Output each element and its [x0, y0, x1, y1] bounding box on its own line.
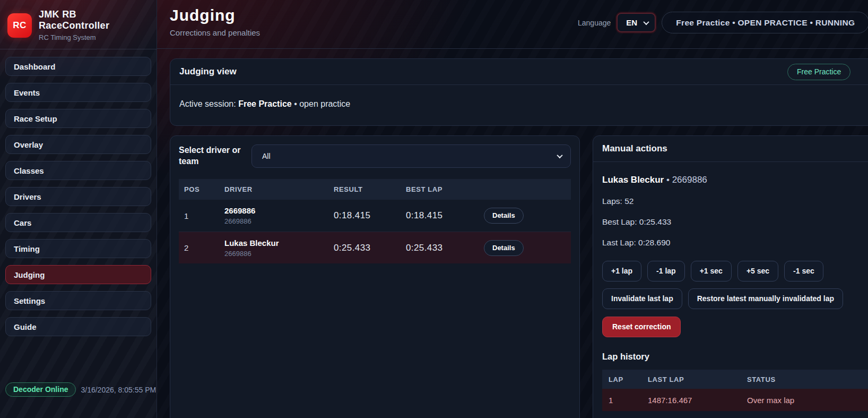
session-status-pill: Free Practice • OPEN PRACTICE • RUNNING [662, 12, 868, 33]
result-time: 0:25.433 [334, 243, 406, 253]
driver-results-card: Select driver or team All POS DRIVER RES… [170, 135, 580, 418]
sidebar-footer: Decoder Online 3/16/2026, 8:05:55 PM [5, 382, 156, 397]
sidebar-item-race-setup[interactable]: Race Setup [5, 109, 151, 128]
reset-correction-button[interactable]: Reset correction [602, 317, 681, 337]
chevron-down-icon [644, 19, 649, 24]
chevron-down-icon [557, 152, 562, 158]
driver-transponder: 2669886 [224, 250, 334, 258]
results-table-header: POS DRIVER RESULT BEST LAP [179, 179, 571, 200]
language-select[interactable]: EN [617, 13, 656, 32]
session-badge: Free Practice [787, 64, 850, 80]
best-lap-stat: Best Lap: 0:25.433 [602, 217, 868, 227]
results-table: POS DRIVER RESULT BEST LAP 1 2669886 266… [179, 179, 571, 263]
sidebar-item-drivers[interactable]: Drivers [5, 187, 151, 206]
page-subtitle: Corrections and penalties [170, 28, 260, 37]
plus-1-lap-button[interactable]: +1 lap [602, 261, 641, 281]
table-row[interactable]: 1 2669886 2669886 0:18.415 0:18.415 Deta… [179, 200, 571, 232]
quick-correction-buttons: +1 lap -1 lap +1 sec +5 sec -1 sec [602, 261, 868, 281]
driver-transponder: 2669886 [224, 217, 334, 225]
page-header: Judging Corrections and penalties Langua… [157, 0, 868, 49]
lap-number: 1 [602, 396, 648, 405]
app-logo-icon: RC [7, 13, 32, 38]
last-lap-stat: Last Lap: 0:28.690 [602, 238, 868, 248]
plus-1-sec-button[interactable]: +1 sec [691, 261, 732, 281]
invalidate-last-lap-button[interactable]: Invalidate last lap [602, 288, 682, 309]
manual-actions-header: Manual actions [593, 136, 868, 162]
active-session-line: Active session: Free Practice • open pra… [170, 85, 868, 123]
lap-history-row[interactable]: 1 1487:16.467 Over max lap [602, 389, 868, 411]
sidebar-item-events[interactable]: Events [5, 83, 151, 102]
app-subtitle: RC Timing System [39, 33, 109, 41]
details-button[interactable]: Details [484, 240, 524, 256]
main-content: Judging Corrections and penalties Langua… [157, 0, 868, 418]
sidebar-item-classes[interactable]: Classes [5, 161, 151, 180]
language-label: Language [578, 19, 611, 27]
clock-timestamp: 3/16/2026, 8:05:55 PM [81, 386, 156, 394]
sidebar: RC JMK RB RaceController RC Timing Syste… [0, 0, 157, 418]
plus-5-sec-button[interactable]: +5 sec [737, 261, 778, 281]
driver-name: Lukas Bleckur [224, 238, 334, 248]
lap-correction-buttons: Invalidate last lap Restore latest manua… [602, 288, 868, 309]
sidebar-item-guide[interactable]: Guide [5, 317, 151, 336]
manual-actions-card: Manual actions Lukas Bleckur • 2669886 L… [593, 135, 868, 418]
table-row-selected[interactable]: 2 Lukas Bleckur 2669886 0:25.433 0:25.43… [179, 232, 571, 263]
page-title: Judging [170, 6, 236, 24]
lap-history-table: LAP LAST LAP STATUS 1 1487:16.467 Over m… [602, 370, 868, 411]
decoder-status-badge: Decoder Online [5, 382, 76, 397]
sidebar-item-settings[interactable]: Settings [5, 291, 151, 310]
result-time: 0:18.415 [334, 210, 406, 221]
sidebar-item-dashboard[interactable]: Dashboard [5, 57, 151, 76]
driver-filter-label: Select driver or team [179, 145, 244, 167]
details-button[interactable]: Details [484, 208, 524, 224]
judging-view-card: Judging view Free Practice Active sessio… [170, 58, 868, 126]
lap-history-title: Lap history [602, 352, 868, 362]
sidebar-nav: Dashboard Events Race Setup Overlay Clas… [0, 49, 157, 336]
manual-actions-body: Lukas Bleckur • 2669886 Laps: 52 Best La… [593, 162, 868, 418]
sidebar-item-overlay[interactable]: Overlay [5, 135, 151, 154]
driver-filter-row: Select driver or team All [179, 144, 571, 168]
minus-1-sec-button[interactable]: -1 sec [784, 261, 823, 281]
driver-name: 2669886 [224, 206, 334, 215]
best-lap-time: 0:25.433 [406, 243, 484, 253]
header-controls: Language EN Free Practice • OPEN PRACTIC… [578, 12, 868, 33]
lap-time: 1487:16.467 [648, 396, 747, 405]
sidebar-item-timing[interactable]: Timing [5, 239, 151, 258]
driver-filter-select[interactable]: All [251, 144, 571, 168]
lap-status: Over max lap [747, 396, 868, 405]
lap-history-header: LAP LAST LAP STATUS [602, 370, 868, 389]
sidebar-item-cars[interactable]: Cars [5, 213, 151, 232]
app-brand: RC JMK RB RaceController RC Timing Syste… [0, 0, 157, 49]
minus-1-lap-button[interactable]: -1 lap [647, 261, 685, 281]
selected-driver-line: Lukas Bleckur • 2669886 [602, 175, 868, 185]
judging-view-header: Judging view Free Practice [170, 59, 868, 85]
restore-invalidated-lap-button[interactable]: Restore latest manually invalidated lap [688, 288, 843, 309]
sidebar-item-judging[interactable]: Judging [5, 265, 151, 284]
app-title: JMK RB RaceController [39, 9, 109, 31]
laps-count: Laps: 52 [602, 197, 868, 206]
best-lap-time: 0:18.415 [406, 210, 484, 221]
